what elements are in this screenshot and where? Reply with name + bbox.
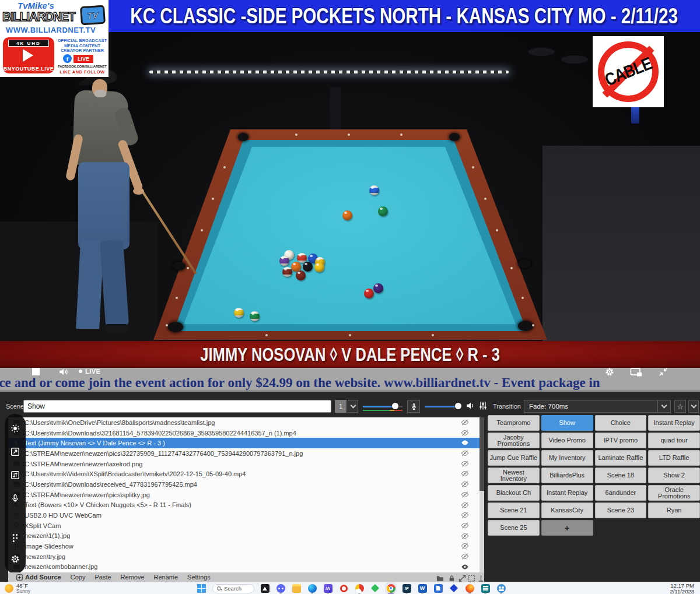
visibility-off-icon[interactable] xyxy=(461,533,469,539)
source-row[interactable]: C:\Users\tvmik\OneDrive\Pictures\8ballsp… xyxy=(8,417,484,428)
visibility-off-icon[interactable] xyxy=(461,430,469,436)
diamond-blue-app-icon[interactable] xyxy=(449,584,459,593)
diamond-green-app-icon[interactable] xyxy=(370,584,380,593)
paste-button[interactable]: Paste xyxy=(94,574,111,581)
scene-button[interactable]: Show xyxy=(541,415,593,431)
visibility-off-icon[interactable] xyxy=(461,553,469,560)
source-row[interactable]: AText (Jimmy Nosovan <> V Dale Pence <> … xyxy=(8,438,484,448)
source-row[interactable]: USB2.0 HD UVC WebCam xyxy=(8,510,484,521)
opera-app-icon[interactable] xyxy=(339,584,348,593)
photos-app-icon[interactable] xyxy=(260,584,270,593)
scene-button[interactable]: Newest Inventory xyxy=(488,468,540,483)
grid-dots-icon[interactable] xyxy=(10,533,20,543)
scene-button[interactable]: Jump Cue Raffle xyxy=(488,450,540,466)
source-row[interactable]: newzen\try.jpg xyxy=(8,551,484,562)
remove-button[interactable]: Remove xyxy=(121,574,145,581)
selection-icon[interactable] xyxy=(468,574,475,581)
taskbar-clock[interactable]: 12:17 PM 2/11/2023 xyxy=(670,583,694,594)
stop-button[interactable] xyxy=(32,368,40,375)
scene-button[interactable]: Instant Replay xyxy=(648,415,700,431)
scene-button[interactable]: KansasCity xyxy=(541,502,593,518)
scene-button[interactable]: 6andunder xyxy=(595,485,647,501)
scene-button[interactable]: Scene 21 xyxy=(488,502,540,518)
scene-button[interactable]: Oracle Promotions xyxy=(648,485,700,501)
source-row[interactable]: AText (Bowers <10> V Chicken Nuggets <5>… xyxy=(8,500,484,511)
visibility-off-icon[interactable] xyxy=(461,461,469,467)
visibility-off-icon[interactable] xyxy=(461,491,469,498)
source-row[interactable]: newzen\combobanner.jpg xyxy=(8,562,484,572)
speaker-icon[interactable] xyxy=(58,367,69,377)
visibility-off-icon[interactable] xyxy=(461,470,469,477)
audio-mixer-icon[interactable] xyxy=(478,400,488,411)
align-icon[interactable] xyxy=(477,574,485,581)
rename-button[interactable]: Rename xyxy=(154,574,178,581)
scene-button[interactable]: Video Promo xyxy=(541,433,593,448)
source-row[interactable]: C:\Users\tvmik\Videos\XSplit\Broadcaster… xyxy=(8,469,484,479)
visibility-off-icon[interactable] xyxy=(461,481,469,487)
scene-button[interactable]: quad tour xyxy=(648,433,700,448)
scene-button[interactable]: Teampromo xyxy=(488,415,540,431)
edge-app-icon[interactable] xyxy=(307,584,317,593)
search-box[interactable]: Search xyxy=(212,584,254,593)
settings-gear-icon[interactable] xyxy=(10,554,20,564)
source-row[interactable]: XSplit VCam xyxy=(8,521,484,531)
transition-options-dropdown[interactable] xyxy=(688,400,699,413)
scene-button[interactable]: Scene 23 xyxy=(595,502,647,518)
scene-button[interactable]: Laminate Raffle xyxy=(595,450,647,466)
microphone-icon[interactable] xyxy=(407,400,420,413)
scene-button[interactable]: IPTV promo xyxy=(595,433,647,448)
source-row[interactable]: C:\Users\tvmik\Downloads\received_477831… xyxy=(8,479,484,490)
scene-number-dropdown[interactable] xyxy=(348,400,358,413)
media-pin-app-icon[interactable] xyxy=(355,584,364,593)
brightness-icon[interactable] xyxy=(10,423,20,434)
chrome-app-icon[interactable] xyxy=(386,584,396,593)
scene-button[interactable]: My Inventory xyxy=(541,450,593,466)
scene-button[interactable]: Ryan xyxy=(648,502,700,518)
scene-name-input[interactable] xyxy=(23,400,331,413)
scene-button[interactable]: Show 2 xyxy=(648,468,700,483)
visibility-off-icon[interactable] xyxy=(461,543,469,549)
visibility-off-icon[interactable] xyxy=(461,512,469,518)
favorite-transition-button[interactable]: ☆ xyxy=(674,400,686,413)
transition-select[interactable]: Fade: 700ms xyxy=(524,400,671,413)
settings-button[interactable]: Settings xyxy=(187,574,211,581)
snip-app-icon[interactable] xyxy=(433,584,443,593)
ip-tool-app-icon[interactable]: IP xyxy=(402,584,411,593)
resize-icon[interactable] xyxy=(459,574,466,581)
start-button[interactable] xyxy=(197,584,206,593)
scene-button[interactable]: Jacoby Promotions xyxy=(488,433,540,448)
people-app-icon[interactable] xyxy=(496,584,506,593)
swap-icon[interactable] xyxy=(10,470,20,480)
picture-in-picture-icon[interactable] xyxy=(630,367,643,378)
source-list-scrollbar[interactable] xyxy=(480,417,484,572)
scrollbar-thumb[interactable] xyxy=(480,417,484,491)
slash-a-app-app-icon[interactable]: /A xyxy=(323,584,332,593)
file-explorer-app-icon[interactable] xyxy=(292,584,301,593)
lock-icon[interactable] xyxy=(448,574,456,581)
share-screen-icon[interactable] xyxy=(10,447,20,457)
visibility-off-icon[interactable] xyxy=(461,419,469,426)
source-row[interactable]: newzen\1(1).jpg xyxy=(8,531,484,542)
source-row[interactable]: C:\STREAM\newzen\newzen\pics\splitky.jpg xyxy=(8,490,484,500)
microphone-icon[interactable] xyxy=(10,493,20,504)
visibility-off-icon[interactable] xyxy=(461,502,469,508)
folder-icon[interactable] xyxy=(436,574,444,581)
weather-widget[interactable]: 46°F Sunny xyxy=(5,583,30,594)
collapse-icon[interactable] xyxy=(658,367,668,377)
visibility-off-icon[interactable] xyxy=(461,522,469,529)
notes-app-icon[interactable] xyxy=(481,584,490,593)
source-row[interactable]: C:\Users\tvmik\Downloads\321681154_57839… xyxy=(8,428,484,438)
firefox-app-icon[interactable] xyxy=(465,584,474,593)
visibility-on-icon[interactable] xyxy=(461,440,469,446)
discord-app-icon[interactable] xyxy=(276,584,285,593)
word-app-icon[interactable]: W xyxy=(418,584,427,593)
speaker-icon[interactable] xyxy=(466,400,476,411)
visibility-on-icon[interactable] xyxy=(461,564,469,570)
visibility-off-icon[interactable] xyxy=(461,450,469,456)
gear-icon[interactable] xyxy=(604,367,615,377)
scene-button[interactable]: LTD Raffle xyxy=(648,450,700,466)
source-row[interactable]: C:\STREAM\newzen\newzen\pics\322735909_1… xyxy=(8,448,484,459)
scene-button[interactable]: BilliardsPlus xyxy=(541,468,593,483)
scene-button[interactable]: Instant Replay xyxy=(541,485,593,501)
copy-button[interactable]: Copy xyxy=(71,574,86,581)
